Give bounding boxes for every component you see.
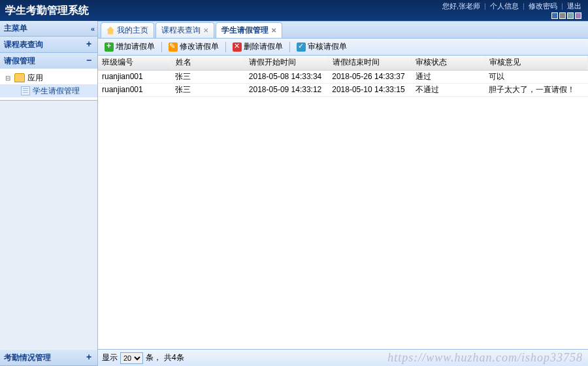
tree-node-student-leave[interactable]: 学生请假管理: [0, 84, 97, 97]
cell-status: 通过: [412, 70, 485, 83]
tree-toggle-icon[interactable]: ⊟: [4, 75, 12, 82]
change-password-link[interactable]: 修改密码: [529, 2, 557, 10]
edit-icon: [169, 42, 178, 52]
toolbar-separator: [289, 42, 290, 52]
file-icon: [21, 86, 30, 95]
tab-bar: 我的主页 课程表查询 ✕ 学生请假管理 ✕: [98, 22, 588, 39]
home-icon: [106, 27, 114, 35]
button-label: 审核请假单: [308, 41, 347, 52]
grid-header-row: 班级编号 姓名 请假开始时间 请假结束时间 审核状态 审核意见: [98, 56, 588, 70]
tree-label: 应用: [27, 73, 43, 84]
cell-class-id: ruanjian001: [98, 70, 171, 83]
col-status[interactable]: 审核状态: [412, 56, 485, 70]
section-label: 请假管理: [4, 56, 35, 67]
tree-label: 学生请假管理: [33, 86, 80, 97]
tree-node-app[interactable]: ⊟ 应用: [0, 71, 97, 84]
profile-link[interactable]: 个人信息: [490, 2, 519, 10]
cell-end: 2018-05-26 14:33:37: [328, 70, 411, 83]
col-end[interactable]: 请假结束时间: [328, 56, 411, 70]
watermark-text: https://www.huzhan.com/ishop33758: [387, 351, 583, 365]
toolbar-separator: [161, 42, 162, 52]
section-header-leave[interactable]: 请假管理 −: [0, 53, 97, 69]
button-label: 修改请假单: [180, 41, 219, 52]
pager-total: 共4条: [164, 352, 184, 363]
cell-class-id: ruanjian001: [98, 83, 171, 96]
cell-comment: 胆子太大了，一直请假！: [485, 83, 587, 96]
sidebar-section-leave: 请假管理 − ⊟ 应用 学生请假管理: [0, 53, 97, 101]
toolbar: 增加请假单 修改请假单 删除请假单 审核请假单: [98, 39, 588, 56]
check-icon: [297, 42, 306, 52]
sidebar-section-schedule[interactable]: 课程表查询 +: [0, 37, 97, 53]
cell-end: 2018-05-10 14:33:15: [328, 83, 411, 96]
collapse-icon[interactable]: −: [84, 56, 93, 65]
review-leave-button[interactable]: 审核请假单: [293, 40, 351, 54]
table-row[interactable]: ruanjian001 张三 2018-05-08 14:33:34 2018-…: [98, 70, 588, 83]
col-comment[interactable]: 审核意见: [485, 56, 587, 70]
delete-leave-button[interactable]: 删除请假单: [229, 40, 287, 54]
cell-name: 张三: [171, 83, 244, 96]
app-header: 学生考勤管理系统 您好,张老师 | 个人信息 | 修改密码 | 退出: [0, 0, 588, 21]
logout-link[interactable]: 退出: [567, 2, 581, 10]
close-tab-icon[interactable]: ✕: [271, 27, 276, 34]
button-label: 增加请假单: [116, 41, 155, 52]
tab-home[interactable]: 我的主页: [101, 22, 154, 38]
edit-leave-button[interactable]: 修改请假单: [165, 40, 223, 54]
separator: |: [523, 2, 525, 10]
delete-icon: [233, 42, 242, 52]
col-name[interactable]: 姓名: [171, 56, 244, 70]
cell-name: 张三: [171, 70, 244, 83]
section-label: 考勤情况管理: [4, 352, 51, 363]
theme-gray[interactable]: [559, 12, 566, 19]
tab-label: 我的主页: [117, 25, 148, 36]
sidebar-title: 主菜单: [4, 23, 27, 34]
content-area: 我的主页 课程表查询 ✕ 学生请假管理 ✕ 增加请假单 修改请假单: [98, 21, 588, 366]
tab-student-leave[interactable]: 学生请假管理 ✕: [216, 22, 282, 38]
button-label: 删除请假单: [244, 41, 283, 52]
expand-icon[interactable]: +: [84, 353, 93, 362]
greeting-text: 您好,张老师: [442, 2, 480, 10]
cell-start: 2018-05-08 14:33:34: [245, 70, 328, 83]
pager-bar: 显示 20 条， 共4条 https://www.huzhan.com/isho…: [98, 349, 588, 366]
folder-icon: [14, 73, 25, 82]
sidebar-spacer: [0, 101, 97, 350]
sidebar-section-attendance[interactable]: 考勤情况管理 +: [0, 350, 97, 366]
sidebar-header: 主菜单 «: [0, 21, 97, 37]
close-tab-icon[interactable]: ✕: [203, 27, 208, 34]
separator: |: [561, 2, 563, 10]
tab-schedule-query[interactable]: 课程表查询 ✕: [155, 22, 214, 38]
data-grid: 班级编号 姓名 请假开始时间 请假结束时间 审核状态 审核意见 ruanjian…: [98, 56, 588, 349]
add-icon: [105, 42, 114, 52]
toolbar-separator: [225, 42, 226, 52]
theme-teal[interactable]: [567, 12, 574, 19]
tab-label: 学生请假管理: [221, 25, 269, 36]
separator: |: [484, 2, 486, 10]
col-class-id[interactable]: 班级编号: [98, 56, 171, 70]
cell-status: 不通过: [412, 83, 485, 96]
collapse-sidebar-icon[interactable]: «: [91, 25, 93, 33]
table-row[interactable]: ruanjian001 张三 2018-05-09 14:33:12 2018-…: [98, 83, 588, 96]
cell-comment: 可以: [485, 70, 587, 83]
theme-purple[interactable]: [575, 12, 581, 19]
page-size-select[interactable]: 20: [120, 352, 143, 364]
cell-start: 2018-05-09 14:33:12: [245, 83, 328, 96]
pager-unit: 条，: [146, 352, 161, 363]
col-start[interactable]: 请假开始时间: [245, 56, 328, 70]
add-leave-button[interactable]: 增加请假单: [101, 40, 159, 54]
section-label: 课程表查询: [4, 39, 43, 50]
top-links: 您好,张老师 | 个人信息 | 修改密码 | 退出: [442, 1, 581, 11]
tab-label: 课程表查询: [161, 25, 201, 36]
nav-tree: ⊟ 应用 学生请假管理: [0, 69, 97, 100]
app-title: 学生考勤管理系统: [5, 4, 89, 18]
expand-icon[interactable]: +: [84, 40, 93, 49]
theme-swatches: [551, 12, 581, 19]
main-menu-sidebar: 主菜单 « 课程表查询 + 请假管理 − ⊟ 应用 学生: [0, 21, 98, 366]
theme-blue[interactable]: [551, 12, 558, 19]
pager-show-label: 显示: [102, 352, 118, 363]
